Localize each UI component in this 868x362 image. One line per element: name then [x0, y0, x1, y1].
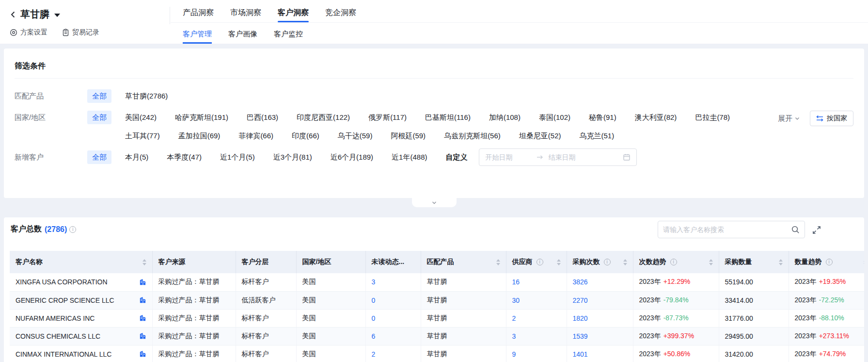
sort-icon[interactable]: [493, 259, 500, 265]
product-filter-item[interactable]: 草甘膦(2786): [125, 89, 168, 103]
company-icon[interactable]: [139, 350, 146, 358]
cell-customer-name[interactable]: CONSUS CHEMICALS LLC: [10, 327, 152, 345]
info-icon[interactable]: i: [670, 259, 677, 265]
country-filter-item[interactable]: 乌干达(59): [338, 129, 373, 143]
sort-icon[interactable]: [554, 259, 561, 265]
scheme-settings-link[interactable]: 方案设置: [10, 28, 47, 37]
country-filter-item[interactable]: 乌克兰(51): [580, 129, 615, 143]
cell-suppliers[interactable]: 9: [506, 345, 567, 362]
country-filter-item[interactable]: 巴基斯坦(116): [425, 111, 471, 124]
cell-customer-name[interactable]: NUFARM AMERICAS INC: [10, 309, 152, 327]
cell-customer-name[interactable]: GENERIC CROP SCIENCE LLC: [10, 291, 152, 309]
date-range-picker[interactable]: 开始日期 结束日期: [479, 148, 637, 166]
cell-suppliers[interactable]: 2: [506, 309, 567, 327]
company-icon[interactable]: [139, 332, 146, 340]
country-filter-item[interactable]: 印度尼西亚(122): [297, 111, 350, 124]
country-filter-item[interactable]: 俄罗斯(117): [368, 111, 407, 124]
column-header-count_trend[interactable]: 次数趋势i: [633, 251, 719, 273]
tab-market-insight[interactable]: 市场洞察: [230, 7, 261, 18]
search-icon[interactable]: [791, 225, 800, 234]
back-icon[interactable]: [9, 10, 17, 19]
company-icon[interactable]: [139, 296, 146, 304]
suppliers-value[interactable]: 3: [512, 332, 516, 340]
expand-toggle[interactable]: 展开: [778, 112, 800, 125]
product-all-chip[interactable]: 全部: [87, 89, 111, 103]
cell-purchases[interactable]: 1539: [567, 327, 633, 345]
country-filter-item[interactable]: 印度(66): [292, 129, 319, 143]
customer-name[interactable]: CONSUS CHEMICALS LLC: [16, 332, 100, 340]
subtab-customer-portrait[interactable]: 客户画像: [228, 29, 257, 39]
suppliers-value[interactable]: 2: [512, 314, 516, 322]
sort-icon[interactable]: [620, 259, 627, 265]
cell-purchases[interactable]: 1401: [567, 345, 633, 362]
start-date-input[interactable]: 开始日期: [485, 150, 532, 164]
customer-search-input[interactable]: [663, 226, 791, 233]
product-dropdown-caret-icon[interactable]: [54, 14, 60, 17]
country-filter-item[interactable]: 巴拉圭(78): [695, 111, 730, 124]
sort-icon[interactable]: [706, 259, 713, 265]
country-filter-item[interactable]: 澳大利亚(82): [635, 111, 677, 124]
cell-suppliers[interactable]: 16: [506, 273, 567, 291]
info-icon[interactable]: i: [537, 259, 543, 265]
cell-unread[interactable]: 0: [365, 309, 421, 327]
new-customer-all-chip[interactable]: 全部: [87, 150, 111, 164]
cell-unread[interactable]: 0: [365, 291, 421, 309]
cell-purchases[interactable]: 1820: [567, 309, 633, 327]
unread-value[interactable]: 0: [372, 296, 376, 304]
column-header-purchases[interactable]: 采购次数i: [567, 251, 633, 273]
new-customer-filter-item[interactable]: 本季度(47): [167, 150, 202, 164]
country-filter-item[interactable]: 泰国(102): [539, 111, 570, 124]
cell-purchases[interactable]: 2270: [567, 291, 633, 309]
sort-icon[interactable]: [140, 259, 146, 265]
column-header-quantity[interactable]: 采购数量: [719, 251, 789, 273]
cell-suppliers[interactable]: 3: [506, 327, 567, 345]
unread-value[interactable]: 3: [372, 278, 376, 286]
purchases-value[interactable]: 1539: [573, 332, 588, 340]
cell-unread[interactable]: 2: [365, 345, 421, 362]
new-customer-filter-item[interactable]: 本月(5): [125, 150, 148, 164]
country-filter-item[interactable]: 坦桑尼亚(52): [519, 129, 561, 143]
country-filter-item[interactable]: 秘鲁(91): [589, 111, 616, 124]
country-filter-item[interactable]: 阿根廷(59): [391, 129, 426, 143]
tab-competitor-insight[interactable]: 竞企洞察: [325, 7, 356, 18]
company-icon[interactable]: [139, 279, 146, 286]
subtab-customer-management[interactable]: 客户管理: [183, 29, 212, 39]
country-filter-item[interactable]: 美国(242): [125, 111, 157, 124]
by-country-button[interactable]: 按国家: [810, 111, 853, 126]
cell-unread[interactable]: 6: [365, 327, 421, 345]
subtab-customer-monitor[interactable]: 客户监控: [274, 29, 303, 39]
unread-value[interactable]: 2: [372, 350, 376, 358]
purchases-value[interactable]: 1401: [573, 350, 588, 358]
sort-icon[interactable]: [861, 259, 865, 265]
end-date-input[interactable]: 结束日期: [548, 150, 618, 164]
country-filter-item[interactable]: 哈萨克斯坦(191): [175, 111, 228, 124]
new-customer-filter-item[interactable]: 近3个月(81): [273, 150, 312, 164]
cell-customer-name[interactable]: XINGFA USA CORPORATION: [10, 273, 152, 291]
info-icon[interactable]: i: [826, 259, 833, 265]
custom-range-option[interactable]: 自定义: [445, 150, 467, 164]
new-customer-filter-item[interactable]: 近1年(488): [392, 150, 427, 164]
fullscreen-icon[interactable]: [811, 225, 822, 235]
country-filter-item[interactable]: 巴西(163): [247, 111, 278, 124]
suppliers-value[interactable]: 16: [512, 278, 520, 286]
country-filter-item[interactable]: 乌兹别克斯坦(56): [444, 129, 501, 143]
column-header-product[interactable]: 匹配产品: [421, 251, 506, 273]
country-all-chip[interactable]: 全部: [87, 111, 111, 124]
unread-value[interactable]: 0: [372, 314, 376, 322]
new-customer-filter-item[interactable]: 近1个月(5): [220, 150, 255, 164]
suppliers-value[interactable]: 30: [512, 296, 520, 304]
purchases-value[interactable]: 3826: [573, 278, 588, 286]
info-icon[interactable]: i: [604, 259, 611, 265]
cell-suppliers[interactable]: 30: [506, 291, 567, 309]
country-filter-item[interactable]: 孟加拉国(69): [178, 129, 221, 143]
purchases-value[interactable]: 1820: [573, 314, 588, 322]
cell-customer-name[interactable]: CINMAX INTERNATIONAL LLC: [10, 345, 152, 362]
country-filter-item[interactable]: 菲律宾(66): [238, 129, 273, 143]
cell-unread[interactable]: 3: [365, 273, 421, 291]
customer-name[interactable]: XINGFA USA CORPORATION: [16, 278, 108, 286]
unread-value[interactable]: 6: [372, 332, 376, 340]
collapse-filter-button[interactable]: [412, 198, 457, 207]
purchases-value[interactable]: 2270: [573, 296, 588, 304]
country-filter-item[interactable]: 土耳其(77): [125, 129, 160, 143]
sort-icon[interactable]: [776, 259, 783, 265]
